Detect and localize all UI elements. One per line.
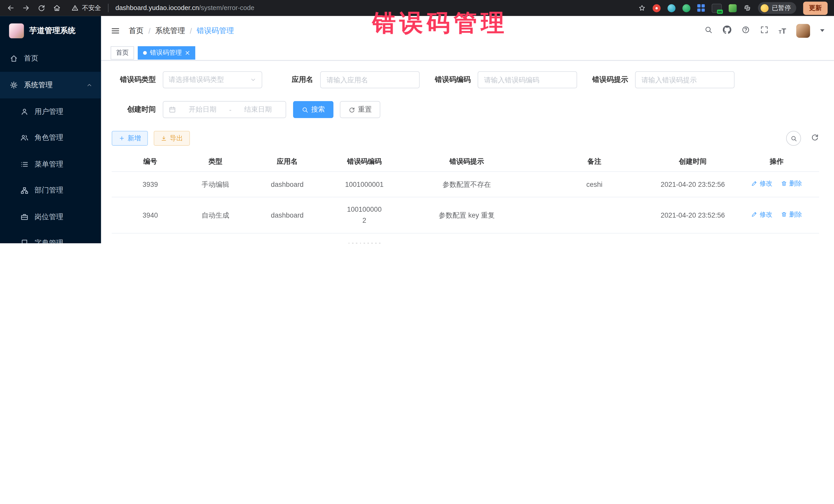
sidebar-item-user-management[interactable]: 用户管理 <box>0 98 101 125</box>
font-size-icon[interactable]: TT <box>778 27 786 35</box>
toggle-search-button[interactable] <box>786 131 801 146</box>
pencil-icon <box>751 180 758 187</box>
create-time-range-picker[interactable]: 开始日期 - 结束日期 <box>163 101 286 118</box>
search-button[interactable]: 搜索 <box>293 101 334 118</box>
cell-type: 自动生成 <box>189 233 242 243</box>
edit-link[interactable]: 修改 <box>751 210 772 219</box>
sidebar-item-position-management[interactable]: 岗位管理 <box>0 204 101 230</box>
paused-profile-badge[interactable]: 已暂停 <box>758 2 796 14</box>
tags-view-bar: 首页 错误码管理 <box>101 45 834 61</box>
sidebar-menu: 首页 系统管理 用户管理 角色管理 <box>0 45 101 243</box>
site-security-chip[interactable]: 不安全 <box>71 3 101 12</box>
sidebar-item-role-management[interactable]: 角色管理 <box>0 125 101 151</box>
sidebar-item-system-management[interactable]: 系统管理 <box>0 72 101 98</box>
browser-back-icon[interactable] <box>6 4 15 12</box>
tab-label: 错误码管理 <box>150 48 182 57</box>
error-type-select[interactable]: 请选择错误码类型 <box>163 71 262 88</box>
error-code-input[interactable] <box>478 72 576 88</box>
browser-update-button[interactable]: 更新 <box>803 1 828 15</box>
close-tab-icon[interactable] <box>185 50 190 55</box>
tab-home[interactable]: 首页 <box>111 46 134 59</box>
browser-reload-icon[interactable] <box>37 4 46 12</box>
col-header-code: 错误码编码 <box>332 152 396 172</box>
select-placeholder: 请选择错误码类型 <box>169 75 224 84</box>
breadcrumb-separator: / <box>148 26 150 35</box>
app-title: 芋道管理系统 <box>29 25 75 36</box>
delete-link[interactable]: 删除 <box>781 179 802 189</box>
home-icon <box>9 54 18 63</box>
error-hint-input[interactable] <box>636 72 734 88</box>
menu-label: 首页 <box>24 53 38 63</box>
sidebar-item-menu-management[interactable]: 菜单管理 <box>0 151 101 178</box>
filter-row-1: 错误码类型 请选择错误码类型 应用名 错误码编码 <box>112 71 819 88</box>
cell-hint: 不能删除类型为系统内置的参数配置 <box>396 233 537 243</box>
breadcrumb-home[interactable]: 首页 <box>129 26 144 36</box>
edit-link[interactable]: 修改 <box>751 179 772 189</box>
trash-icon <box>781 180 787 187</box>
pencil-icon <box>751 211 758 218</box>
extension-icon-green-v[interactable] <box>682 4 690 12</box>
bookmark-star-icon[interactable] <box>638 4 646 12</box>
sidebar-item-home[interactable]: 首页 <box>0 45 101 72</box>
extensions-puzzle-icon[interactable] <box>744 4 751 12</box>
user-avatar[interactable] <box>796 24 810 38</box>
page-content: 错误码类型 请选择错误码类型 应用名 错误码编码 <box>101 61 834 243</box>
error-code-table: 编号 类型 应用名 错误码编码 错误码提示 备注 创建时间 操作 3939 <box>112 152 819 243</box>
cell-type: 自动生成 <box>189 197 242 233</box>
briefcase-icon <box>20 213 29 221</box>
col-header-id: 编号 <box>112 152 189 172</box>
hamburger-icon[interactable] <box>111 26 120 36</box>
menu-label: 系统管理 <box>24 80 52 90</box>
avatar-caret-down-icon[interactable] <box>820 29 825 32</box>
breadcrumb-system[interactable]: 系统管理 <box>155 26 185 36</box>
extension-icon-blue-grid[interactable] <box>697 4 705 12</box>
extension-icon-red-circle[interactable] <box>653 4 660 12</box>
tab-error-code-management[interactable]: 错误码管理 <box>138 46 195 59</box>
menu-label: 用户管理 <box>35 107 63 116</box>
app-name-input[interactable] <box>321 72 419 88</box>
table-utility-icons <box>786 131 819 146</box>
browser-home-icon[interactable] <box>52 4 61 12</box>
filter-group-time: 创建时间 开始日期 - 结束日期 <box>112 101 286 118</box>
sidebar-item-department-management[interactable]: 部门管理 <box>0 177 101 204</box>
users-icon <box>20 134 29 142</box>
search-icon[interactable] <box>704 25 712 36</box>
filter-label-type: 错误码类型 <box>112 75 156 84</box>
breadcrumb: 首页 / 系统管理 / 错误码管理 <box>129 26 234 36</box>
extension-icon-dark-on[interactable]: on <box>711 3 722 12</box>
col-header-type: 类型 <box>189 152 242 172</box>
github-icon[interactable] <box>723 25 731 36</box>
table-row: 3939 手动编辑 dashboard 1001000001 参数配置不存在 c… <box>112 171 819 197</box>
user-icon <box>20 107 29 116</box>
overlay-annotation-title: 错误码管理 <box>372 7 508 39</box>
refresh-table-icon[interactable] <box>811 133 819 144</box>
help-icon[interactable] <box>741 25 750 36</box>
add-button[interactable]: 新增 <box>112 131 148 146</box>
export-button[interactable]: 导出 <box>154 131 190 146</box>
cell-code: 100100000 2 <box>332 197 396 233</box>
cell-code: 100100000 3 <box>332 233 396 243</box>
filter-label-code: 错误码编码 <box>426 75 470 84</box>
cell-remark: ceshi <box>537 171 652 197</box>
app-logo: 芋道管理系统 <box>0 16 101 45</box>
menu-label: 角色管理 <box>35 133 63 143</box>
extension-icon-green-square[interactable] <box>729 4 737 12</box>
org-tree-icon <box>20 186 29 195</box>
active-dot-icon <box>143 51 147 54</box>
menu-label: 字典管理 <box>35 238 63 243</box>
reset-button[interactable]: 重置 <box>340 101 380 118</box>
fullscreen-icon[interactable] <box>760 25 769 36</box>
main-area: 首页 / 系统管理 / 错误码管理 TT <box>101 16 834 243</box>
delete-link[interactable]: 删除 <box>781 210 802 219</box>
sidebar-item-dictionary-management[interactable]: 字典管理 <box>0 230 101 243</box>
cell-ops: 修改 删除 <box>734 233 819 243</box>
cell-app: dashboard <box>242 233 332 243</box>
warning-triangle-icon <box>71 4 79 12</box>
col-header-hint: 错误码提示 <box>396 152 537 172</box>
table-row: 3941 自动生成 dashboard 100100000 3 不能删除类型为系… <box>112 233 819 243</box>
cell-hint: 参数配置不存在 <box>396 171 537 197</box>
url-path: /system/error-code <box>199 4 254 12</box>
extension-icon-teal-drop[interactable] <box>667 4 675 12</box>
refresh-icon <box>349 106 355 113</box>
browser-forward-icon[interactable] <box>22 4 30 12</box>
